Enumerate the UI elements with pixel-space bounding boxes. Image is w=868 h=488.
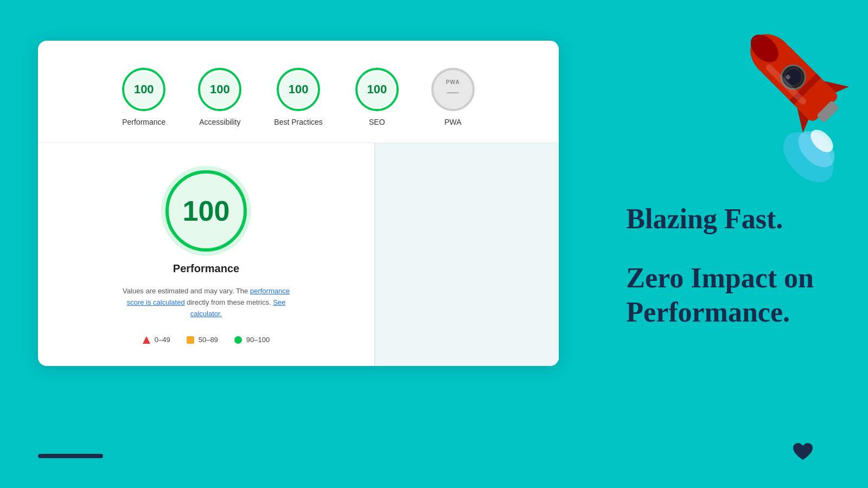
heart-icon bbox=[792, 442, 814, 466]
legend-item-orange: 50–89 bbox=[187, 336, 218, 344]
big-score-label: Performance bbox=[173, 262, 239, 275]
scores-row: 100 Performance 100 Accessibility 100 Be… bbox=[38, 41, 559, 143]
score-label-performance: Performance bbox=[122, 118, 165, 126]
score-label-pwa: PWA bbox=[444, 118, 461, 126]
pwa-badge-text: PWA bbox=[446, 80, 460, 85]
orange-square-icon bbox=[187, 336, 194, 344]
tagline-line2-container: Zero Impact on Performance. bbox=[626, 261, 814, 329]
score-circle-best-practices: 100 bbox=[277, 68, 320, 111]
bottom-bar bbox=[38, 454, 103, 458]
score-item-performance: 100 Performance bbox=[122, 68, 165, 126]
score-circle-seo: 100 bbox=[355, 68, 399, 111]
tagline-line1: Blazing Fast. bbox=[626, 203, 814, 234]
score-description: Values are estimated and may vary. The p… bbox=[114, 286, 298, 319]
legend-range-orange: 50–89 bbox=[199, 336, 218, 344]
big-score-value: 100 bbox=[183, 195, 230, 227]
tagline-container: Blazing Fast. Zero Impact on Performance… bbox=[626, 203, 814, 329]
score-label-accessibility: Accessibility bbox=[199, 118, 240, 126]
rocket-svg bbox=[732, 0, 852, 184]
score-circle-accessibility: 100 bbox=[198, 68, 241, 111]
lighthouse-card: 100 Performance 100 Accessibility 100 Be… bbox=[38, 41, 559, 366]
legend-range-red: 0–49 bbox=[155, 336, 170, 344]
score-item-best-practices: 100 Best Practices bbox=[274, 68, 322, 126]
score-value-accessibility: 100 bbox=[210, 82, 230, 97]
score-item-seo: 100 SEO bbox=[355, 68, 399, 126]
legend-range-green: 90–100 bbox=[246, 336, 270, 344]
legend-item-red: 0–49 bbox=[143, 336, 170, 344]
score-circle-pwa: PWA — bbox=[431, 68, 475, 111]
legend: 0–49 50–89 90–100 bbox=[143, 336, 270, 344]
description-text-middle: directly from these metrics. bbox=[185, 298, 273, 306]
score-value-performance: 100 bbox=[134, 82, 154, 97]
tagline-line2: Zero Impact on bbox=[626, 261, 814, 295]
big-score-circle: 100 bbox=[165, 170, 247, 252]
pwa-wrapper: PWA — bbox=[446, 80, 460, 99]
score-value-seo: 100 bbox=[367, 82, 387, 97]
score-item-accessibility: 100 Accessibility bbox=[198, 68, 241, 126]
legend-item-green: 90–100 bbox=[234, 336, 270, 344]
rocket-container bbox=[732, 0, 852, 184]
right-panel bbox=[375, 143, 559, 366]
score-label-seo: SEO bbox=[369, 118, 385, 126]
red-triangle-icon bbox=[143, 336, 150, 344]
bottom-section: 100 Performance Values are estimated and… bbox=[38, 143, 559, 366]
left-panel: 100 Performance Values are estimated and… bbox=[38, 143, 374, 366]
tagline-line3: Performance. bbox=[626, 296, 814, 329]
description-text-before: Values are estimated and may vary. The bbox=[123, 287, 250, 295]
score-label-best-practices: Best Practices bbox=[274, 118, 322, 126]
pwa-dash: — bbox=[447, 85, 459, 99]
score-item-pwa: PWA — PWA bbox=[431, 68, 475, 126]
green-circle-icon bbox=[234, 336, 242, 344]
score-value-best-practices: 100 bbox=[289, 82, 309, 97]
score-circle-performance: 100 bbox=[122, 68, 165, 111]
